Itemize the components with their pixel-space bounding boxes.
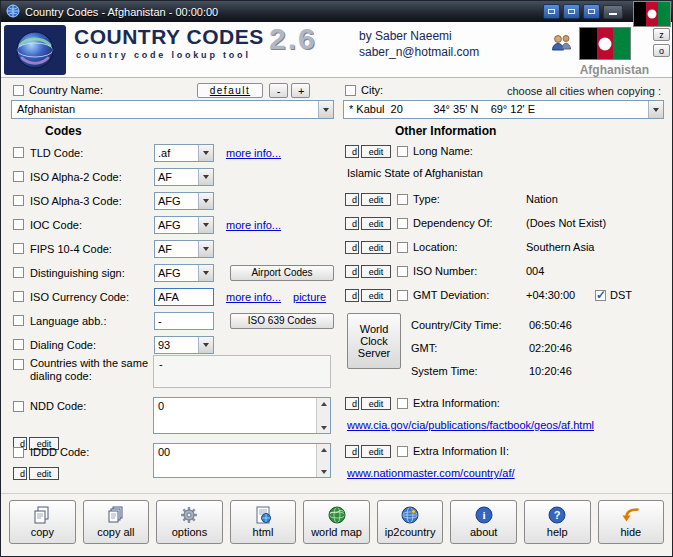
long-name-checkbox[interactable] — [397, 146, 408, 157]
currency-input[interactable]: AFA — [154, 288, 214, 306]
location-checkbox[interactable] — [397, 242, 408, 253]
iso-number-checkbox[interactable] — [397, 266, 408, 277]
people-icon[interactable] — [549, 33, 573, 57]
ioc-checkbox[interactable] — [13, 219, 24, 230]
chevron-down-icon[interactable] — [198, 265, 213, 281]
zoom-button[interactable]: z — [653, 28, 670, 41]
country-name-checkbox[interactable] — [13, 85, 24, 96]
chevron-down-icon[interactable] — [198, 169, 213, 185]
previous-country-button[interactable]: - — [269, 83, 288, 98]
type-edit-button[interactable]: edit — [361, 193, 391, 206]
ip2country-button[interactable]: ip2country — [377, 500, 444, 544]
fips-select[interactable]: AF — [154, 240, 214, 258]
scroll-up-icon[interactable] — [317, 398, 330, 408]
distinguishing-sign-checkbox[interactable] — [13, 267, 24, 278]
type-default-button[interactable]: d — [345, 193, 359, 206]
extra-info-edit-button[interactable]: edit — [361, 397, 391, 410]
dependency-checkbox[interactable] — [397, 218, 408, 229]
iddd-edit-button[interactable]: edit — [29, 467, 59, 480]
extra-info-default-button[interactable]: d — [345, 397, 359, 410]
html-button[interactable]: html — [230, 500, 297, 544]
nationmaster-link[interactable]: www.nationmaster.com/country/af/ — [347, 467, 515, 479]
dialing-code-select[interactable]: 93 — [154, 336, 214, 354]
gmt-edit-button[interactable]: edit — [361, 289, 391, 302]
iddd-scrollbar[interactable] — [316, 444, 330, 477]
extra-info2-edit-button[interactable]: edit — [361, 445, 391, 458]
fips-checkbox[interactable] — [13, 243, 24, 254]
copy-button[interactable]: copy — [9, 500, 76, 544]
minimize-icon[interactable] — [603, 5, 623, 19]
cia-factbook-link[interactable]: www.cia.gov/cia/publications/factbook/ge… — [347, 419, 594, 431]
help-button[interactable]: ? help — [524, 500, 591, 544]
location-edit-button[interactable]: edit — [361, 241, 391, 254]
scroll-down-icon[interactable] — [317, 467, 330, 477]
dependency-edit-button[interactable]: edit — [361, 217, 391, 230]
location-default-button[interactable]: d — [345, 241, 359, 254]
ndd-scrollbar[interactable] — [316, 398, 330, 433]
city-select[interactable]: * Kabul 20 34° 35' N 69° 12' E — [343, 100, 664, 119]
options-small-button[interactable]: o — [653, 44, 670, 57]
city-checkbox[interactable] — [345, 85, 356, 96]
tld-more-info-link[interactable]: more info... — [226, 147, 281, 159]
iso639-codes-button[interactable]: ISO 639 Codes — [230, 313, 334, 329]
iddd-textarea[interactable]: 00 — [153, 443, 331, 478]
iso3-checkbox[interactable] — [13, 195, 24, 206]
gmt-default-button[interactable]: d — [345, 289, 359, 302]
ime-language-icon[interactable] — [543, 4, 560, 19]
iso-number-default-button[interactable]: d — [345, 265, 359, 278]
ime-keyboard-icon[interactable] — [563, 4, 580, 19]
extra-info2-default-button[interactable]: d — [345, 445, 359, 458]
long-name-edit-button[interactable]: edit — [361, 145, 391, 158]
ioc-select[interactable]: AFG — [154, 216, 214, 234]
tld-checkbox[interactable] — [13, 147, 24, 158]
dst-checkbox[interactable] — [595, 290, 606, 301]
extra-info2-checkbox[interactable] — [397, 446, 408, 457]
currency-checkbox[interactable] — [13, 291, 24, 302]
chevron-down-icon[interactable] — [198, 217, 213, 233]
dependency-default-button[interactable]: d — [345, 217, 359, 230]
iso2-checkbox[interactable] — [13, 171, 24, 182]
ioc-row: IOC Code: AFG more info... — [13, 215, 339, 234]
airport-codes-button[interactable]: Airport Codes — [230, 265, 334, 281]
chevron-down-icon[interactable] — [198, 193, 213, 209]
chevron-down-icon[interactable] — [648, 101, 663, 118]
iddd-default-button[interactable]: d — [13, 467, 27, 480]
currency-picture-link[interactable]: picture — [293, 291, 326, 303]
currency-more-info-link[interactable]: more info... — [226, 291, 281, 303]
world-map-button[interactable]: world map — [303, 500, 370, 544]
iddd-row: IDDD Code: 00 d edit — [13, 443, 339, 485]
country-select[interactable]: Afghanistan — [11, 100, 334, 119]
about-button[interactable]: i about — [450, 500, 517, 544]
distinguishing-sign-select[interactable]: AFG — [154, 264, 214, 282]
iso2-select[interactable]: AF — [154, 168, 214, 186]
type-checkbox[interactable] — [397, 194, 408, 205]
iddd-checkbox[interactable] — [13, 447, 24, 458]
world-clock-server-button[interactable]: World Clock Server — [347, 313, 401, 369]
ime-settings-icon[interactable] — [583, 4, 600, 19]
scroll-down-icon[interactable] — [317, 423, 330, 433]
chevron-down-icon[interactable] — [198, 241, 213, 257]
dialing-code-checkbox[interactable] — [13, 339, 24, 350]
options-button[interactable]: options — [156, 500, 223, 544]
ndd-textarea[interactable]: 0 — [153, 397, 331, 434]
chevron-down-icon[interactable] — [198, 337, 213, 353]
hide-button[interactable]: hide — [598, 500, 665, 544]
same-dialing-checkbox[interactable] — [13, 359, 24, 370]
ndd-checkbox[interactable] — [13, 401, 24, 412]
iso-number-edit-button[interactable]: edit — [361, 265, 391, 278]
chevron-down-icon[interactable] — [318, 101, 333, 118]
copy-all-button[interactable]: copy all — [83, 500, 150, 544]
chevron-down-icon[interactable] — [198, 145, 213, 161]
ioc-more-info-link[interactable]: more info... — [226, 219, 281, 231]
extra-info-checkbox[interactable] — [397, 398, 408, 409]
next-country-button[interactable]: + — [291, 83, 310, 98]
scroll-up-icon[interactable] — [317, 444, 330, 454]
gmt-checkbox[interactable] — [397, 290, 408, 301]
tld-select[interactable]: .af — [154, 144, 214, 162]
default-button[interactable]: default — [197, 83, 263, 98]
long-name-default-button[interactable]: d — [345, 145, 359, 158]
language-abbr-checkbox[interactable] — [13, 315, 24, 326]
iso3-row: ISO Alpha-3 Code: AFG — [13, 191, 339, 210]
iso3-select[interactable]: AFG — [154, 192, 214, 210]
language-abbr-input[interactable]: - — [154, 312, 214, 330]
